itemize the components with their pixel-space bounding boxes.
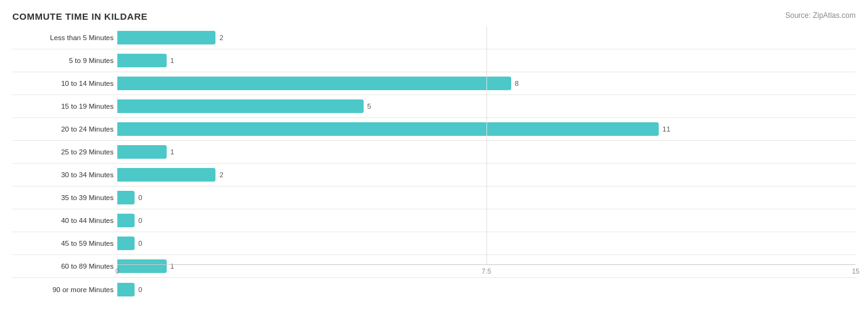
bar-fill: [117, 54, 167, 67]
bar-fill: [117, 214, 135, 227]
bar-label: 45 to 59 Minutes: [12, 240, 117, 247]
bar-fill: [117, 122, 659, 136]
bar-label: 90 or more Minutes: [12, 286, 117, 293]
bar-fill: [117, 283, 135, 296]
x-axis-tick: 0: [115, 267, 119, 275]
bar-row: 40 to 44 Minutes0: [12, 209, 856, 232]
bar-value: 1: [170, 57, 174, 64]
bar-value: 5: [367, 103, 371, 110]
bar-label: 35 to 39 Minutes: [12, 194, 117, 201]
bars-section: Less than 5 Minutes25 to 9 Minutes110 to…: [12, 27, 856, 264]
bar-row: 30 to 34 Minutes2: [12, 164, 856, 187]
bar-fill: [117, 168, 215, 182]
bar-value: 0: [138, 240, 142, 247]
chart-container: COMMUTE TIME IN KILDARE Source: ZipAtlas…: [0, 0, 868, 323]
x-axis: 07.515: [117, 264, 856, 283]
bar-label: 20 to 24 Minutes: [12, 125, 117, 133]
bar-track: 0: [117, 283, 856, 296]
chart-area: Less than 5 Minutes25 to 9 Minutes110 to…: [12, 27, 856, 283]
bar-value: 0: [138, 286, 142, 293]
bar-row: 35 to 39 Minutes0: [12, 187, 856, 209]
bar-label: 25 to 29 Minutes: [12, 148, 117, 156]
bar-fill: [117, 237, 135, 250]
bar-row: Less than 5 Minutes2: [12, 27, 856, 49]
x-axis-tick: 15: [852, 267, 859, 275]
bar-label: 40 to 44 Minutes: [12, 217, 117, 224]
bar-label: Less than 5 Minutes: [12, 34, 117, 41]
bar-fill: [117, 145, 167, 159]
bar-row: 15 to 19 Minutes5: [12, 95, 856, 118]
bar-value: 0: [138, 194, 142, 201]
bar-fill: [117, 191, 135, 204]
bar-label: 30 to 34 Minutes: [12, 171, 117, 178]
x-axis-tick: 7.5: [482, 267, 491, 275]
bar-label: 10 to 14 Minutes: [12, 80, 117, 87]
bar-value: 2: [219, 171, 223, 178]
bar-label: 60 to 89 Minutes: [12, 262, 117, 270]
bar-row: 10 to 14 Minutes8: [12, 72, 856, 95]
bar-row: 5 to 9 Minutes1: [12, 49, 856, 72]
bar-label: 15 to 19 Minutes: [12, 103, 117, 110]
bar-value: 11: [662, 125, 670, 133]
bar-fill: [117, 99, 364, 113]
bar-row: 25 to 29 Minutes1: [12, 141, 856, 164]
bar-fill: [117, 31, 215, 44]
bar-value: 8: [515, 80, 519, 87]
bar-label: 5 to 9 Minutes: [12, 57, 117, 64]
grid-line: [486, 27, 487, 264]
bar-row: 45 to 59 Minutes0: [12, 232, 856, 255]
chart-title: COMMUTE TIME IN KILDARE: [12, 11, 856, 22]
source-label: Source: ZipAtlas.com: [785, 11, 856, 20]
bar-value: 0: [138, 217, 142, 224]
bar-value: 1: [170, 148, 174, 156]
bar-value: 2: [219, 34, 223, 41]
bar-row: 20 to 24 Minutes11: [12, 118, 856, 141]
bar-fill: [117, 77, 511, 90]
